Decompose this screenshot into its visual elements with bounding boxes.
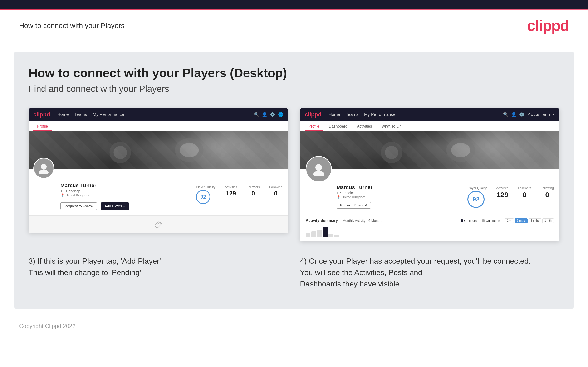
settings-icon-left[interactable]: ⚙️ xyxy=(270,112,275,117)
quality-stat-right: Player Quality 92 xyxy=(467,186,487,208)
location-pin-right: 📍 xyxy=(337,195,341,199)
profile-info-left: Marcus Turner 1-5 Handicap 📍 United King… xyxy=(28,169,288,216)
activity-buttons: 1 yr 6 mths 3 mths 1 mth xyxy=(505,218,554,223)
chart-bar-5 xyxy=(329,234,333,237)
quality-circle-right: 92 xyxy=(467,191,484,208)
bar-seg-5a xyxy=(329,234,333,237)
search-icon-left[interactable]: 🔍 xyxy=(254,112,259,117)
btn-remove-player[interactable]: Remove Player ✕ xyxy=(337,202,371,209)
desc-block-right: 4) Once your Player has accepted your re… xyxy=(300,255,560,290)
search-icon-right[interactable]: 🔍 xyxy=(503,112,508,117)
chart-bar-4 xyxy=(323,227,328,237)
nav-teams-right[interactable]: Teams xyxy=(346,112,358,117)
globe-icon-left[interactable]: 🌐 xyxy=(278,112,283,117)
page-title: How to connect with your Players (Deskto… xyxy=(28,66,560,80)
app-nav-left: clippd Home Teams My Performance 🔍 👤 ⚙️ … xyxy=(28,108,288,121)
svg-point-5 xyxy=(39,170,49,174)
svg-point-3 xyxy=(114,146,127,159)
tab-profile-left[interactable]: Profile xyxy=(33,122,52,131)
screenshot-left: clippd Home Teams My Performance 🔍 👤 ⚙️ … xyxy=(28,108,288,241)
player-location-left: 📍 United Kingdom xyxy=(61,193,129,197)
tab-activities-right[interactable]: Activities xyxy=(353,122,376,131)
profile-stats-left: Player Quality 92 Activities 129 Followe xyxy=(196,185,282,204)
screenshots-row: clippd Home Teams My Performance 🔍 👤 ⚙️ … xyxy=(28,108,560,241)
chart-area xyxy=(306,225,554,237)
tab-dashboard-right[interactable]: Dashboard xyxy=(325,122,351,131)
nav-myperf-right[interactable]: My Performance xyxy=(364,112,396,117)
chart-bar-3 xyxy=(317,230,322,237)
app-nav-right: clippd Home Teams My Performance 🔍 👤 ⚙️ … xyxy=(300,108,560,121)
legend-label-oncourse: On course xyxy=(464,219,478,223)
footer: Copyright Clippd 2022 xyxy=(0,318,588,339)
tab-whattoon-right[interactable]: What To On xyxy=(378,122,405,131)
nav-home-left[interactable]: Home xyxy=(57,112,69,117)
description-row: 3) If this is your Player tap, 'Add Play… xyxy=(28,255,560,290)
btn-6mths[interactable]: 6 mths xyxy=(515,218,527,223)
player-location-right: 📍 United Kingdom xyxy=(337,195,372,199)
legend-dot-offcourse xyxy=(482,219,484,222)
svg-point-7 xyxy=(451,143,470,157)
tab-profile-right[interactable]: Profile xyxy=(305,122,323,131)
nav-icons-left: 🔍 👤 ⚙️ 🌐 xyxy=(254,112,283,117)
nav-icons-right: 🔍 👤 ⚙️ Marcus Turner ▾ xyxy=(503,112,555,117)
header: How to connect with your Players clippd xyxy=(0,10,588,42)
bar-seg-1a xyxy=(306,233,311,237)
activities-stat-right: Activities 129 xyxy=(496,186,508,208)
desc-block-left: 3) If this is your Player tap, 'Add Play… xyxy=(28,255,288,290)
svg-point-1 xyxy=(180,143,199,157)
btn-follow-left[interactable]: Request to Follow xyxy=(61,202,97,210)
activity-header: Activity Summary Monthly Activity - 6 Mo… xyxy=(306,218,554,223)
banner-graphic-left xyxy=(28,131,288,169)
btn-1yr[interactable]: 1 yr xyxy=(505,218,514,223)
avatar-icon-right xyxy=(312,162,325,176)
legend-offcourse: Off course xyxy=(482,219,500,223)
app-frame-left: clippd Home Teams My Performance 🔍 👤 ⚙️ … xyxy=(28,108,288,233)
nav-home-right[interactable]: Home xyxy=(329,112,340,117)
player-dropdown-label: Marcus Turner xyxy=(527,112,552,117)
btn-3mths[interactable]: 3 mths xyxy=(528,218,541,223)
nav-myperf-left[interactable]: My Performance xyxy=(93,112,124,117)
chevron-down-icon: ▾ xyxy=(553,112,555,117)
player-handicap-left: 1-5 Handicap xyxy=(61,189,129,193)
nav-logo-left: clippd xyxy=(33,111,50,118)
paperclip-icon xyxy=(155,220,162,228)
activity-title: Activity Summary xyxy=(306,218,338,223)
main-content: How to connect with your Players (Deskto… xyxy=(14,51,574,309)
quality-circle-left: 92 xyxy=(196,190,210,204)
profile-info-right: Marcus Turner 1-5 Handicap 📍 United King… xyxy=(300,169,560,214)
svg-point-11 xyxy=(313,171,324,176)
desc-text-right: 4) Once your Player has accepted your re… xyxy=(300,255,560,290)
nav-teams-left[interactable]: Teams xyxy=(74,112,87,117)
followers-stat-left: Followers 0 xyxy=(246,185,260,197)
header-divider xyxy=(19,42,569,42)
player-dropdown-right[interactable]: Marcus Turner ▾ xyxy=(527,112,555,117)
nav-items-left: Home Teams My Performance xyxy=(57,112,254,117)
btn-add-left[interactable]: Add Player + xyxy=(101,202,129,210)
location-pin-left: 📍 xyxy=(61,193,64,197)
player-name-left: Marcus Turner xyxy=(61,183,129,189)
screenshot-right: clippd Home Teams My Performance 🔍 👤 ⚙️ … xyxy=(300,108,560,241)
btn-1mth[interactable]: 1 mth xyxy=(542,218,554,223)
player-handicap-right: 1-5 Handicap xyxy=(337,191,372,195)
player-details-right: Marcus Turner 1-5 Handicap 📍 United King… xyxy=(337,184,372,209)
svg-point-9 xyxy=(385,146,398,159)
user-icon-left[interactable]: 👤 xyxy=(262,112,267,117)
settings-icon-right[interactable]: ⚙️ xyxy=(519,112,525,117)
chart-bar-2 xyxy=(311,231,316,237)
desc-text-left: 3) If this is your Player tap, 'Add Play… xyxy=(28,255,288,278)
followers-stat-right: Followers 0 xyxy=(518,186,531,208)
screenshot-bottom-left xyxy=(28,216,288,233)
user-icon-right[interactable]: 👤 xyxy=(511,112,516,117)
nav-items-right: Home Teams My Performance xyxy=(329,112,503,117)
app-frame-right: clippd Home Teams My Performance 🔍 👤 ⚙️ … xyxy=(300,108,560,241)
profile-name-area-left: Marcus Turner 1-5 Handicap 📍 United King… xyxy=(61,182,129,210)
bar-seg-4a xyxy=(323,227,328,237)
avatar-icon-left xyxy=(38,162,50,174)
quality-stat-left: Player Quality 92 xyxy=(196,185,215,204)
svg-point-4 xyxy=(41,164,47,170)
activity-period: Monthly Activity - 6 Months xyxy=(343,219,382,223)
activity-summary: Activity Summary Monthly Activity - 6 Mo… xyxy=(300,214,560,241)
clippd-logo: clippd xyxy=(527,17,569,34)
chart-bar-6 xyxy=(334,235,339,237)
page-subtitle: Find and connect with your Players xyxy=(28,84,560,94)
